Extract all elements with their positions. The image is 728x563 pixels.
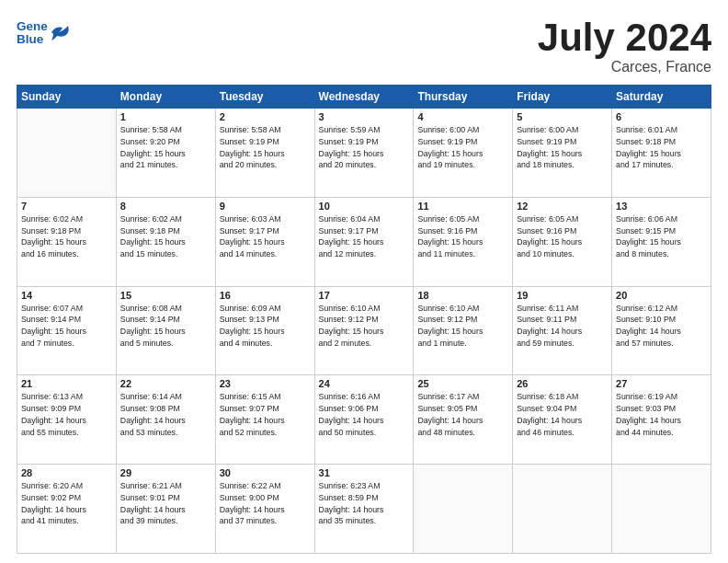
svg-text:Blue: Blue (17, 32, 44, 46)
day-number: 2 (220, 111, 311, 122)
day-number: 19 (517, 290, 608, 301)
calendar-cell: 18Sunrise: 6:10 AM Sunset: 9:12 PM Dayli… (414, 286, 513, 375)
day-number: 11 (417, 201, 508, 212)
calendar-cell: 16Sunrise: 6:09 AM Sunset: 9:13 PM Dayli… (215, 286, 314, 375)
col-friday: Friday (513, 86, 612, 109)
day-info: Sunrise: 6:19 AM Sunset: 9:03 PM Dayligh… (616, 391, 707, 438)
day-info: Sunrise: 6:23 AM Sunset: 8:59 PM Dayligh… (319, 480, 410, 527)
day-info: Sunrise: 6:18 AM Sunset: 9:04 PM Dayligh… (517, 391, 608, 438)
svg-text:General: General (17, 19, 48, 33)
day-info: Sunrise: 6:07 AM Sunset: 9:14 PM Dayligh… (21, 303, 112, 350)
day-number: 13 (616, 201, 707, 212)
calendar-cell (513, 465, 612, 554)
calendar-week-4: 28Sunrise: 6:20 AM Sunset: 9:02 PM Dayli… (17, 465, 711, 554)
calendar-cell: 26Sunrise: 6:18 AM Sunset: 9:04 PM Dayli… (513, 375, 612, 465)
day-info: Sunrise: 6:03 AM Sunset: 9:17 PM Dayligh… (220, 213, 311, 260)
day-number: 25 (417, 378, 508, 389)
day-number: 16 (220, 290, 311, 301)
day-info: Sunrise: 6:01 AM Sunset: 9:18 PM Dayligh… (616, 124, 707, 171)
col-thursday: Thursday (414, 86, 513, 109)
calendar-cell: 24Sunrise: 6:16 AM Sunset: 9:06 PM Dayli… (314, 375, 414, 465)
calendar-cell (17, 109, 117, 198)
day-number: 17 (319, 290, 410, 301)
day-info: Sunrise: 6:22 AM Sunset: 9:00 PM Dayligh… (220, 480, 311, 527)
day-number: 29 (120, 467, 211, 478)
day-number: 23 (220, 378, 311, 389)
day-info: Sunrise: 5:59 AM Sunset: 9:19 PM Dayligh… (319, 124, 410, 171)
day-info: Sunrise: 6:06 AM Sunset: 9:15 PM Dayligh… (616, 213, 707, 260)
day-info: Sunrise: 6:02 AM Sunset: 9:18 PM Dayligh… (120, 213, 211, 260)
day-number: 14 (21, 290, 112, 301)
day-number: 10 (319, 201, 410, 212)
calendar-week-0: 1Sunrise: 5:58 AM Sunset: 9:20 PM Daylig… (17, 109, 711, 198)
day-info: Sunrise: 6:00 AM Sunset: 9:19 PM Dayligh… (517, 124, 608, 171)
day-number: 6 (616, 111, 707, 122)
calendar-cell: 25Sunrise: 6:17 AM Sunset: 9:05 PM Dayli… (414, 375, 513, 465)
calendar-week-2: 14Sunrise: 6:07 AM Sunset: 9:14 PM Dayli… (17, 286, 711, 375)
calendar-cell: 21Sunrise: 6:13 AM Sunset: 9:09 PM Dayli… (17, 375, 117, 465)
calendar-table: Sunday Monday Tuesday Wednesday Thursday… (17, 85, 711, 554)
day-number: 28 (21, 467, 112, 478)
day-number: 22 (120, 378, 211, 389)
calendar-cell: 17Sunrise: 6:10 AM Sunset: 9:12 PM Dayli… (314, 286, 414, 375)
day-info: Sunrise: 6:09 AM Sunset: 9:13 PM Dayligh… (220, 303, 311, 350)
calendar-cell: 10Sunrise: 6:04 AM Sunset: 9:17 PM Dayli… (314, 197, 414, 286)
calendar-cell: 22Sunrise: 6:14 AM Sunset: 9:08 PM Dayli… (116, 375, 215, 465)
calendar-cell: 29Sunrise: 6:21 AM Sunset: 9:01 PM Dayli… (116, 465, 215, 554)
calendar-cell: 2Sunrise: 5:58 AM Sunset: 9:19 PM Daylig… (215, 109, 314, 198)
calendar-cell: 8Sunrise: 6:02 AM Sunset: 9:18 PM Daylig… (116, 197, 215, 286)
title-block: July 2024 Carces, France (538, 17, 711, 75)
day-info: Sunrise: 6:05 AM Sunset: 9:16 PM Dayligh… (517, 213, 608, 260)
day-info: Sunrise: 6:05 AM Sunset: 9:16 PM Dayligh… (417, 213, 508, 260)
day-info: Sunrise: 5:58 AM Sunset: 9:19 PM Dayligh… (220, 124, 311, 171)
col-sunday: Sunday (17, 86, 117, 109)
day-info: Sunrise: 6:04 AM Sunset: 9:17 PM Dayligh… (319, 213, 410, 260)
day-number: 3 (319, 111, 410, 122)
col-monday: Monday (116, 86, 215, 109)
day-number: 27 (616, 378, 707, 389)
day-info: Sunrise: 6:14 AM Sunset: 9:08 PM Dayligh… (120, 391, 211, 438)
day-number: 24 (319, 378, 410, 389)
day-info: Sunrise: 6:21 AM Sunset: 9:01 PM Dayligh… (120, 480, 211, 527)
calendar-week-3: 21Sunrise: 6:13 AM Sunset: 9:09 PM Dayli… (17, 375, 711, 465)
calendar-cell: 20Sunrise: 6:12 AM Sunset: 9:10 PM Dayli… (612, 286, 711, 375)
logo-bird-icon: General Blue (17, 17, 48, 48)
header: General Blue July 2024 Carces, France (17, 17, 711, 75)
page: General Blue July 2024 Carces, France Su… (0, 0, 728, 563)
day-number: 31 (319, 467, 410, 478)
day-info: Sunrise: 6:11 AM Sunset: 9:11 PM Dayligh… (517, 303, 608, 350)
calendar-cell: 14Sunrise: 6:07 AM Sunset: 9:14 PM Dayli… (17, 286, 117, 375)
day-info: Sunrise: 6:12 AM Sunset: 9:10 PM Dayligh… (616, 303, 707, 350)
day-number: 30 (220, 467, 311, 478)
calendar-cell: 23Sunrise: 6:15 AM Sunset: 9:07 PM Dayli… (215, 375, 314, 465)
col-tuesday: Tuesday (215, 86, 314, 109)
calendar-cell: 12Sunrise: 6:05 AM Sunset: 9:16 PM Dayli… (513, 197, 612, 286)
day-number: 21 (21, 378, 112, 389)
day-info: Sunrise: 6:10 AM Sunset: 9:12 PM Dayligh… (319, 303, 410, 350)
calendar-cell: 7Sunrise: 6:02 AM Sunset: 9:18 PM Daylig… (17, 197, 117, 286)
calendar-cell: 15Sunrise: 6:08 AM Sunset: 9:14 PM Dayli… (116, 286, 215, 375)
calendar-cell: 3Sunrise: 5:59 AM Sunset: 9:19 PM Daylig… (314, 109, 414, 198)
calendar-cell: 4Sunrise: 6:00 AM Sunset: 9:19 PM Daylig… (414, 109, 513, 198)
day-number: 4 (417, 111, 508, 122)
day-info: Sunrise: 6:15 AM Sunset: 9:07 PM Dayligh… (220, 391, 311, 438)
day-number: 9 (220, 201, 311, 212)
calendar-cell: 5Sunrise: 6:00 AM Sunset: 9:19 PM Daylig… (513, 109, 612, 198)
day-number: 1 (120, 111, 211, 122)
day-number: 20 (616, 290, 707, 301)
day-info: Sunrise: 6:08 AM Sunset: 9:14 PM Dayligh… (120, 303, 211, 350)
calendar-cell: 1Sunrise: 5:58 AM Sunset: 9:20 PM Daylig… (116, 109, 215, 198)
day-number: 15 (120, 290, 211, 301)
calendar-cell: 13Sunrise: 6:06 AM Sunset: 9:15 PM Dayli… (612, 197, 711, 286)
calendar-cell (612, 465, 711, 554)
calendar-cell: 28Sunrise: 6:20 AM Sunset: 9:02 PM Dayli… (17, 465, 117, 554)
calendar-cell: 31Sunrise: 6:23 AM Sunset: 8:59 PM Dayli… (314, 465, 414, 554)
calendar-header-row: Sunday Monday Tuesday Wednesday Thursday… (17, 86, 711, 109)
calendar-title: July 2024 (538, 17, 711, 59)
calendar-cell: 27Sunrise: 6:19 AM Sunset: 9:03 PM Dayli… (612, 375, 711, 465)
day-number: 7 (21, 201, 112, 212)
calendar-week-1: 7Sunrise: 6:02 AM Sunset: 9:18 PM Daylig… (17, 197, 711, 286)
day-number: 12 (517, 201, 608, 212)
day-info: Sunrise: 6:02 AM Sunset: 9:18 PM Dayligh… (21, 213, 112, 260)
logo: General Blue (17, 17, 72, 48)
